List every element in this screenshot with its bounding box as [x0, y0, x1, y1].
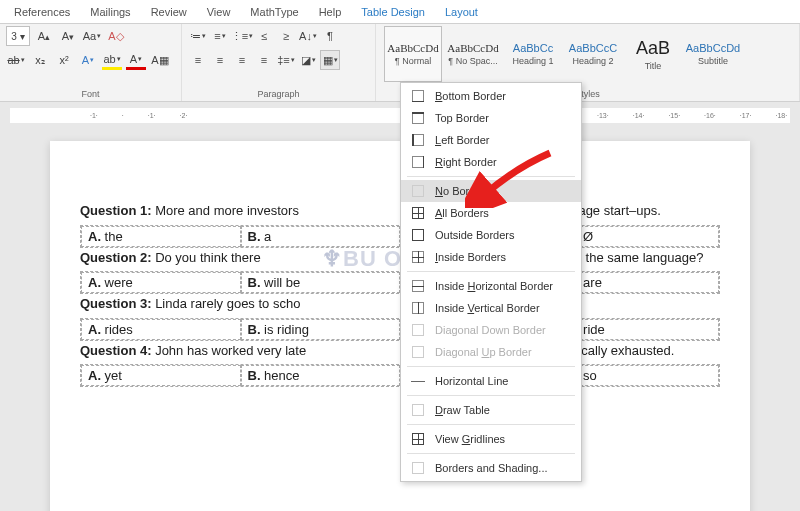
tab-mathtype[interactable]: MathType — [240, 3, 308, 21]
ribbon-tabs: ReferencesMailingsReviewViewMathTypeHelp… — [0, 0, 800, 24]
tab-layout[interactable]: Layout — [435, 3, 488, 21]
menu-diagonal-down-border: Diagonal Down Border — [401, 319, 581, 341]
style---normal[interactable]: AaBbCcDd¶ Normal — [384, 26, 442, 82]
highlight-icon[interactable]: ab — [102, 50, 122, 70]
border-icon — [411, 374, 425, 388]
shading-icon[interactable]: ◪ — [298, 50, 318, 70]
menu-label: Inside Borders — [435, 251, 506, 263]
borders-dropdown-button[interactable]: ▦ — [320, 50, 340, 70]
menu-label: Left Border — [435, 134, 489, 146]
border-icon — [411, 111, 425, 125]
character-shading-icon[interactable]: A▦ — [150, 50, 170, 70]
option[interactable]: B. will be — [241, 272, 401, 293]
style---no-spac---[interactable]: AaBbCcDd¶ No Spac... — [444, 26, 502, 82]
font-size-box[interactable]: 3 ▾ — [6, 26, 30, 46]
menu-label: Right Border — [435, 156, 497, 168]
border-icon — [411, 184, 425, 198]
option[interactable]: A. yet — [81, 365, 241, 386]
style-title[interactable]: AaBTitle — [624, 26, 682, 82]
border-icon — [411, 250, 425, 264]
menu-label: No Border — [435, 185, 485, 197]
menu-draw-table[interactable]: Draw Table — [401, 399, 581, 421]
menu-label: View Gridlines — [435, 433, 505, 445]
border-icon — [411, 279, 425, 293]
menu-diagonal-up-border: Diagonal Up Border — [401, 341, 581, 363]
tab-help[interactable]: Help — [309, 3, 352, 21]
numbering-icon[interactable]: ≡ — [210, 26, 230, 46]
font-color-icon[interactable]: A — [126, 50, 146, 70]
menu-horizontal-line[interactable]: Horizontal Line — [401, 370, 581, 392]
border-icon — [411, 89, 425, 103]
border-icon — [411, 133, 425, 147]
sort-icon[interactable]: A↓ — [298, 26, 318, 46]
decrease-indent-icon[interactable]: ≤ — [254, 26, 274, 46]
menu-label: All Borders — [435, 207, 489, 219]
border-icon — [411, 461, 425, 475]
border-icon — [411, 228, 425, 242]
option[interactable]: D. ride — [560, 319, 720, 340]
menu-bottom-border[interactable]: Bottom Border — [401, 85, 581, 107]
strikethrough-icon[interactable]: ab — [6, 50, 26, 70]
menu-no-border[interactable]: No Border — [401, 180, 581, 202]
option[interactable]: B. hence — [241, 365, 401, 386]
option[interactable]: B. a — [241, 226, 401, 247]
tab-review[interactable]: Review — [141, 3, 197, 21]
justify-icon[interactable]: ≡ — [254, 50, 274, 70]
option[interactable]: B. is riding — [241, 319, 401, 340]
menu-label: Bottom Border — [435, 90, 506, 102]
menu-label: Draw Table — [435, 404, 490, 416]
tab-view[interactable]: View — [197, 3, 241, 21]
border-icon — [411, 206, 425, 220]
change-case-icon[interactable]: Aa — [82, 26, 102, 46]
menu-label: Inside Horizontal Border — [435, 280, 553, 292]
menu-label: Diagonal Down Border — [435, 324, 546, 336]
font-group-label: Font — [0, 89, 181, 99]
shrink-font-icon[interactable]: A▾ — [58, 26, 78, 46]
grow-font-icon[interactable]: A▴ — [34, 26, 54, 46]
style-heading-1[interactable]: AaBbCcHeading 1 — [504, 26, 562, 82]
menu-view-gridlines[interactable]: View Gridlines — [401, 428, 581, 450]
menu-label: Horizontal Line — [435, 375, 508, 387]
paragraph-group-label: Paragraph — [182, 89, 375, 99]
menu-label: Borders and Shading... — [435, 462, 548, 474]
text-effects-icon[interactable]: A — [78, 50, 98, 70]
option[interactable]: D. so — [560, 365, 720, 386]
option[interactable]: A. rides — [81, 319, 241, 340]
menu-all-borders[interactable]: All Borders — [401, 202, 581, 224]
subscript-icon[interactable]: x₂ — [30, 50, 50, 70]
style-heading-2[interactable]: AaBbCcCHeading 2 — [564, 26, 622, 82]
show-marks-icon[interactable]: ¶ — [320, 26, 340, 46]
tab-references[interactable]: References — [4, 3, 80, 21]
option[interactable]: D. Ø — [560, 226, 720, 247]
increase-indent-icon[interactable]: ≥ — [276, 26, 296, 46]
align-center-icon[interactable]: ≡ — [210, 50, 230, 70]
font-group: 3 ▾ A▴ A▾ Aa A◇ ab x₂ x² A ab A A▦ Font — [0, 24, 182, 101]
menu-inside-vertical-border[interactable]: Inside Vertical Border — [401, 297, 581, 319]
menu-right-border[interactable]: Right Border — [401, 151, 581, 173]
tab-mailings[interactable]: Mailings — [80, 3, 140, 21]
menu-top-border[interactable]: Top Border — [401, 107, 581, 129]
border-icon — [411, 403, 425, 417]
superscript-icon[interactable]: x² — [54, 50, 74, 70]
option[interactable]: A. were — [81, 272, 241, 293]
option[interactable]: D. are — [560, 272, 720, 293]
tab-table-design[interactable]: Table Design — [351, 3, 435, 21]
bullets-icon[interactable]: ≔ — [188, 26, 208, 46]
menu-inside-borders[interactable]: Inside Borders — [401, 246, 581, 268]
menu-borders-and-shading---[interactable]: Borders and Shading... — [401, 457, 581, 479]
border-icon — [411, 432, 425, 446]
borders-dropdown-menu: Bottom BorderTop BorderLeft BorderRight … — [400, 82, 582, 482]
multilevel-icon[interactable]: ⋮≡ — [232, 26, 252, 46]
clear-format-icon[interactable]: A◇ — [106, 26, 126, 46]
option[interactable]: A. the — [81, 226, 241, 247]
border-icon — [411, 345, 425, 359]
menu-label: Inside Vertical Border — [435, 302, 540, 314]
align-right-icon[interactable]: ≡ — [232, 50, 252, 70]
style-subtitle[interactable]: AaBbCcDdSubtitle — [684, 26, 742, 82]
menu-left-border[interactable]: Left Border — [401, 129, 581, 151]
align-left-icon[interactable]: ≡ — [188, 50, 208, 70]
menu-outside-borders[interactable]: Outside Borders — [401, 224, 581, 246]
menu-inside-horizontal-border[interactable]: Inside Horizontal Border — [401, 275, 581, 297]
line-spacing-icon[interactable]: ‡≡ — [276, 50, 296, 70]
menu-label: Top Border — [435, 112, 489, 124]
